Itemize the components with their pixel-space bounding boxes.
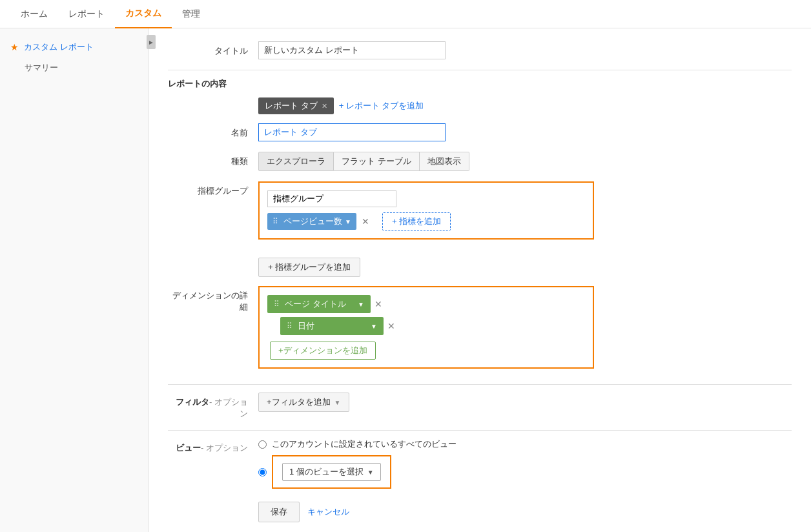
drag-icon2: ⠿ [274,300,280,309]
add-group-row: + 指標グループを追加 [258,255,792,277]
filter-option-label: - オプション [209,397,248,418]
layout: ► ★ カスタム レポート サマリー タイトル レポートの内容 レポート タブ … [0,28,811,532]
name-input[interactable] [258,123,446,141]
dimension2-dropdown[interactable]: ⠿ 日付 ▼ [280,317,384,335]
chevron-down-icon3: ▼ [371,323,377,330]
type-buttons: エクスプローラ フラット テーブル 地図表示 [258,152,792,171]
drag-icon3: ⠿ [287,322,293,331]
star-icon: ★ [10,42,19,52]
add-filter-button[interactable]: +フィルタを追加 ▼ [258,393,349,412]
chevron-down-icon2: ▼ [358,301,364,308]
metric-row: ⠿ ページビュー数 ▼ ✕ + 指標を追加 [267,212,585,230]
add-filter-label: +フィルタを追加 [267,396,331,408]
dimension2-label: 日付 [298,320,314,332]
sidebar-subitem-summary[interactable]: サマリー [0,58,148,77]
nav-report[interactable]: レポート [58,1,115,28]
title-label: タイトル [168,41,258,57]
metric-group-orange-section: ⠿ ページビュー数 ▼ ✕ + 指標を追加 [258,181,594,240]
title-content [258,41,792,59]
view-radio1-input[interactable] [258,440,267,449]
separator1 [168,70,792,70]
dimension1-dropdown[interactable]: ⠿ ページ タイトル ▼ [267,295,371,313]
view-radio1-label: このアカウントに設定されているすべてのビュー [272,438,457,450]
dimension-row: ディメンションの詳細 ⠿ ページ タイトル ▼ ✕ ⠿ 日付 [168,286,792,374]
separator2 [168,384,792,385]
nav-admin[interactable]: 管理 [172,1,210,28]
tab-pills: レポート タブ ✕ + レポート タブを追加 [258,97,792,114]
add-metric-button[interactable]: + 指標を追加 [382,212,451,230]
filter-label: フィルタ- オプション [168,393,258,420]
tab-pills-area: レポート タブ ✕ + レポート タブを追加 [258,97,792,114]
view-dropdown-label: 1 個のビューを選択 [289,466,364,478]
type-btn-flat[interactable]: フラット テーブル [334,152,420,171]
separator3 [168,430,792,431]
filter-content: +フィルタを追加 ▼ [258,393,792,412]
view-radio2-input[interactable] [258,468,267,476]
dimension-orange-section: ⠿ ページ タイトル ▼ ✕ ⠿ 日付 ▼ ✕ [258,286,594,369]
main-content: タイトル レポートの内容 レポート タブ ✕ + レポート タブを追加 名前 [149,28,811,532]
add-tab-link[interactable]: + レポート タブを追加 [339,100,424,112]
view-radio2-option[interactable]: 1 個のビューを選択 ▼ [258,455,792,489]
sidebar-item-label: カスタム レポート [24,41,94,53]
add-dimension-button[interactable]: +ディメンションを追加 [270,342,376,360]
tab-pill-close[interactable]: ✕ [322,102,327,110]
dimension2-row: ⠿ 日付 ▼ ✕ [267,317,585,335]
sidebar-item-custom-reports[interactable]: ★ カスタム レポート [0,36,148,58]
type-content: エクスプローラ フラット テーブル 地図表示 [258,152,792,171]
metric-group-name-input[interactable] [267,190,396,207]
dimension2-close-icon[interactable]: ✕ [387,321,395,331]
action-buttons: 保存 キャンセル [258,502,792,522]
type-btn-explorer[interactable]: エクスプローラ [258,152,334,171]
dimension1-row: ⠿ ページ タイトル ▼ ✕ [267,295,585,313]
metric-group-label: 指標グループ [168,181,258,197]
metric-close-icon[interactable]: ✕ [362,216,369,227]
view-option-label: - オプション [201,443,248,453]
type-label: 種類 [168,152,258,167]
chevron-down-icon: ▼ [345,218,351,225]
dimension1-label: ページ タイトル [285,298,346,310]
name-content [258,123,792,141]
view-radio1-option[interactable]: このアカウントに設定されているすべてのビュー [258,438,792,450]
cancel-link[interactable]: キャンセル [307,506,349,518]
view-bold-label: ビュー [176,443,201,453]
dimension-content: ⠿ ページ タイトル ▼ ✕ ⠿ 日付 ▼ ✕ [258,286,792,374]
view-dropdown-button[interactable]: 1 個のビューを選択 ▼ [282,463,381,481]
metric-group-content: ⠿ ページビュー数 ▼ ✕ + 指標を追加 [258,181,792,245]
sidebar: ► ★ カスタム レポート サマリー [0,28,149,532]
name-label: 名前 [168,123,258,139]
nav-home[interactable]: ホーム [10,1,58,28]
tab-pill-report[interactable]: レポート タブ ✕ [258,97,334,114]
nav-custom[interactable]: カスタム [115,0,172,28]
type-row: 種類 エクスプローラ フラット テーブル 地図表示 [168,152,792,171]
filter-row: フィルタ- オプション +フィルタを追加 ▼ [168,393,792,420]
add-dimension-area: +ディメンションを追加 [267,339,585,360]
name-row: 名前 [168,123,792,141]
view-row: ビュー- オプション このアカウントに設定されているすべてのビュー 1 個のビュ… [168,438,792,489]
report-content-section-title: レポートの内容 [168,78,792,90]
view-content: このアカウントに設定されているすべてのビュー 1 個のビューを選択 ▼ [258,438,792,489]
view-chevron-icon: ▼ [367,469,374,476]
metric-group-row: 指標グループ ⠿ ページビュー数 ▼ ✕ + 指標を追加 [168,181,792,245]
title-row: タイトル [168,41,792,59]
filter-chevron-icon: ▼ [334,399,341,406]
type-btn-map[interactable]: 地図表示 [420,152,469,171]
dimension1-close-icon[interactable]: ✕ [375,299,382,309]
metric-dropdown-label: ページビュー数 [283,216,342,227]
add-metric-group-button[interactable]: + 指標グループを追加 [258,258,360,277]
title-input[interactable] [258,41,446,59]
filter-bold-label: フィルタ [176,397,209,407]
view-radio-group: このアカウントに設定されているすべてのビュー 1 個のビューを選択 ▼ [258,438,792,489]
view-label: ビュー- オプション [168,438,258,454]
tab-pill-label: レポート タブ [265,100,318,112]
metric-dropdown[interactable]: ⠿ ページビュー数 ▼ [267,213,356,230]
dimension-label: ディメンションの詳細 [168,286,258,313]
sidebar-collapse-button[interactable]: ► [147,35,156,49]
drag-icon: ⠿ [272,217,278,226]
view-dropdown-orange-box: 1 個のビューを選択 ▼ [272,455,391,489]
top-nav: ホーム レポート カスタム 管理 [0,0,811,28]
save-button[interactable]: 保存 [258,502,300,522]
